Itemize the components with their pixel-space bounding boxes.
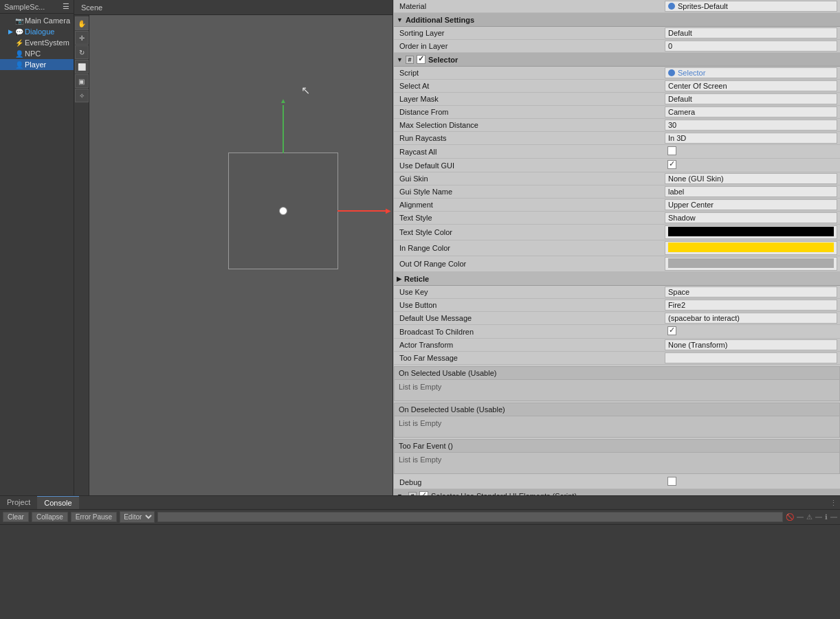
tab-project[interactable]: Project bbox=[0, 496, 37, 509]
too-far-message-row: Too Far Message bbox=[394, 352, 840, 365]
bottom-tabs: Project Console ⋮ bbox=[0, 496, 840, 510]
lock-icon: # bbox=[406, 56, 414, 64]
order-in-layer-row: Order in Layer 0 bbox=[394, 40, 840, 53]
use-button-value[interactable]: Fire2 bbox=[665, 300, 837, 311]
selector-section-label: Selector bbox=[428, 56, 458, 64]
scene-canvas[interactable]: ✋ ✛ ↻ ⬜ ▣ ✧ ↖ bbox=[74, 15, 393, 495]
on-deselected-usable-label: On Deselected Usable (Usable) bbox=[399, 405, 505, 414]
run-raycasts-row: Run Raycasts In 3D bbox=[394, 132, 840, 145]
rect-tool-btn[interactable]: ▣ bbox=[75, 74, 89, 88]
reticle-header[interactable]: ▶ Reticle bbox=[394, 272, 840, 286]
console-search-input[interactable] bbox=[157, 512, 783, 522]
on-selected-usable-label: On Selected Usable (Usable) bbox=[399, 369, 496, 377]
use-key-value[interactable]: Space bbox=[665, 286, 837, 297]
transform-tool-btn[interactable]: ✧ bbox=[75, 89, 89, 102]
bottom-panel-dots[interactable]: ⋮ bbox=[830, 499, 837, 512]
script-value[interactable]: Selector bbox=[665, 67, 837, 78]
cursor-icon: ↖ bbox=[301, 84, 310, 97]
broadcast-to-children-row: Broadcast To Children bbox=[394, 325, 840, 339]
debug-value[interactable] bbox=[665, 476, 837, 488]
hierarchy-label: SampleSc... bbox=[4, 3, 45, 11]
script-label: Script bbox=[397, 68, 665, 78]
text-style-color-swatch[interactable] bbox=[668, 227, 834, 236]
tab-console[interactable]: Console bbox=[37, 496, 78, 509]
alignment-value[interactable]: Upper Center bbox=[665, 199, 837, 210]
rotate-tool-btn[interactable]: ↻ bbox=[75, 45, 89, 59]
gui-skin-value[interactable]: None (GUI Skin) bbox=[665, 173, 837, 184]
broadcast-to-children-checkbox[interactable] bbox=[667, 326, 676, 335]
max-selection-distance-label: Max Selection Distance bbox=[397, 120, 665, 130]
order-in-layer-label: Order in Layer bbox=[397, 41, 665, 51]
sorting-layer-value[interactable]: Default bbox=[665, 27, 837, 38]
out-of-range-color-value[interactable] bbox=[665, 257, 837, 271]
sorting-layer-label: Sorting Layer bbox=[397, 28, 665, 38]
broadcast-to-children-value[interactable] bbox=[665, 326, 837, 337]
scale-tool-btn[interactable]: ⬜ bbox=[75, 60, 89, 74]
too-far-event-body: List is Empty bbox=[395, 453, 839, 473]
use-default-gui-checkbox[interactable] bbox=[667, 160, 676, 169]
in-range-color-swatch[interactable] bbox=[668, 243, 834, 252]
scene-tab-label[interactable]: Scene bbox=[77, 3, 107, 12]
actor-transform-value[interactable]: None (Transform) bbox=[665, 339, 837, 350]
scene-panel: Scene ✋ ✛ ↻ ⬜ ▣ ✧ ↖ bbox=[74, 0, 393, 495]
on-deselected-usable-body: List is Empty bbox=[395, 416, 839, 437]
too-far-event-header: Too Far Event () bbox=[395, 440, 839, 453]
sidebar-item-main-camera[interactable]: 📷 Main Camera bbox=[0, 15, 74, 26]
raycast-all-value[interactable] bbox=[665, 146, 837, 157]
debug-checkbox[interactable] bbox=[667, 477, 676, 486]
move-tool-btn[interactable]: ✛ bbox=[75, 31, 89, 45]
console-content bbox=[0, 525, 840, 619]
sidebar-item-player[interactable]: 👤 Player bbox=[0, 59, 74, 70]
eventsystem-icon: ⚡ bbox=[15, 39, 23, 47]
sidebar-item-dialogue[interactable]: ▶ 💬 Dialogue bbox=[0, 26, 74, 37]
sidebar-item-eventsystem[interactable]: ⚡ EventSystem bbox=[0, 37, 74, 48]
order-in-layer-value[interactable]: 0 bbox=[665, 41, 837, 52]
list-is-empty-3: List is Empty bbox=[399, 455, 441, 464]
material-row: Material Sprites-Default bbox=[394, 0, 840, 13]
on-deselected-usable-section: On Deselected Usable (Usable) List is Em… bbox=[394, 403, 840, 438]
run-raycasts-value[interactable]: In 3D bbox=[665, 133, 837, 144]
hierarchy-menu-icon[interactable]: ☰ bbox=[63, 2, 69, 11]
text-style-value[interactable]: Shadow bbox=[665, 212, 837, 223]
on-selected-usable-body: List is Empty bbox=[395, 380, 839, 401]
sidebar-item-npc[interactable]: 👤 NPC bbox=[0, 48, 74, 59]
too-far-message-value[interactable] bbox=[665, 352, 837, 363]
hier-item-label: Main Camera bbox=[25, 16, 70, 25]
selector-use-std-checkbox[interactable] bbox=[419, 491, 428, 495]
selector-use-std-header[interactable]: ▼ # Selector Use Standard UI Elements (S… bbox=[394, 489, 840, 495]
additional-settings-header[interactable]: ▼ Additional Settings bbox=[394, 13, 840, 27]
debug-row: Debug bbox=[394, 475, 840, 489]
hand-tool-btn[interactable]: ✋ bbox=[75, 16, 89, 30]
hier-item-label: Dialogue bbox=[25, 27, 54, 36]
collapse-button[interactable]: Collapse bbox=[32, 512, 68, 522]
error-pause-button[interactable]: Error Pause bbox=[71, 512, 117, 522]
use-default-gui-label: Use Default GUI bbox=[397, 161, 665, 170]
dialogue-icon: 💬 bbox=[15, 28, 23, 36]
use-key-row: Use Key Space bbox=[394, 286, 840, 299]
layer-mask-value[interactable]: Default bbox=[665, 93, 837, 104]
gui-style-name-row: Gui Style Name label bbox=[394, 185, 840, 199]
warning-icon: ⚠ bbox=[806, 513, 813, 521]
reticle-arrow-icon: ▶ bbox=[397, 275, 401, 282]
gui-style-name-value[interactable]: label bbox=[665, 186, 837, 197]
material-value[interactable]: Sprites-Default bbox=[665, 1, 837, 12]
raycast-all-checkbox[interactable] bbox=[667, 146, 676, 155]
select-at-value[interactable]: Center Of Screen bbox=[665, 80, 837, 91]
use-default-gui-value[interactable] bbox=[665, 159, 837, 171]
max-selection-distance-value[interactable]: 30 bbox=[665, 120, 837, 131]
selector-section-header[interactable]: ▼ # Selector bbox=[394, 53, 840, 67]
scene-toolbar: Scene bbox=[74, 0, 393, 15]
in-range-color-value[interactable] bbox=[665, 241, 837, 255]
too-far-message-label: Too Far Message bbox=[397, 353, 665, 363]
editor-dropdown[interactable]: Editor bbox=[120, 511, 155, 523]
out-of-range-color-swatch[interactable] bbox=[668, 258, 834, 268]
on-selected-usable-header: On Selected Usable (Usable) bbox=[395, 367, 839, 380]
clear-button[interactable]: Clear bbox=[3, 512, 29, 522]
text-style-color-value[interactable] bbox=[665, 225, 837, 239]
in-range-color-label: In Range Color bbox=[397, 243, 665, 253]
distance-from-value[interactable]: Camera bbox=[665, 106, 837, 117]
selector-enabled-checkbox[interactable] bbox=[417, 55, 425, 64]
console-tab-label: Console bbox=[44, 499, 71, 507]
sorting-layer-row: Sorting Layer Default bbox=[394, 27, 840, 40]
default-use-message-value[interactable]: (spacebar to interact) bbox=[665, 313, 837, 324]
